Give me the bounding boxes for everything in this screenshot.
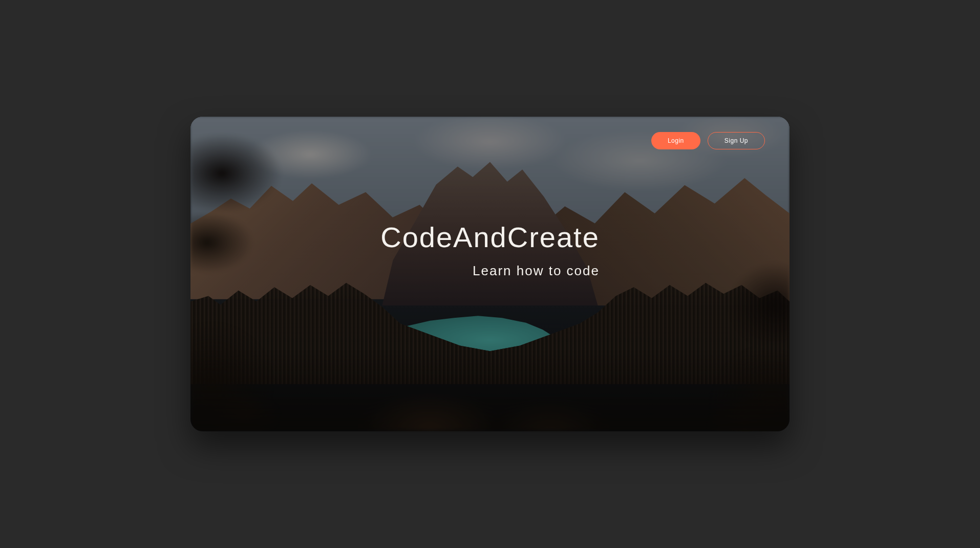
header-actions: Login Sign Up xyxy=(651,132,765,149)
hero-title: CodeAndCreate xyxy=(190,221,790,254)
hero-text: CodeAndCreate Learn how to code xyxy=(190,221,790,279)
signup-button[interactable]: Sign Up xyxy=(708,132,765,149)
hero-card: Login Sign Up CodeAndCreate Learn how to… xyxy=(190,117,790,431)
hero-subtitle: Learn how to code xyxy=(190,263,790,279)
login-button[interactable]: Login xyxy=(651,132,700,149)
